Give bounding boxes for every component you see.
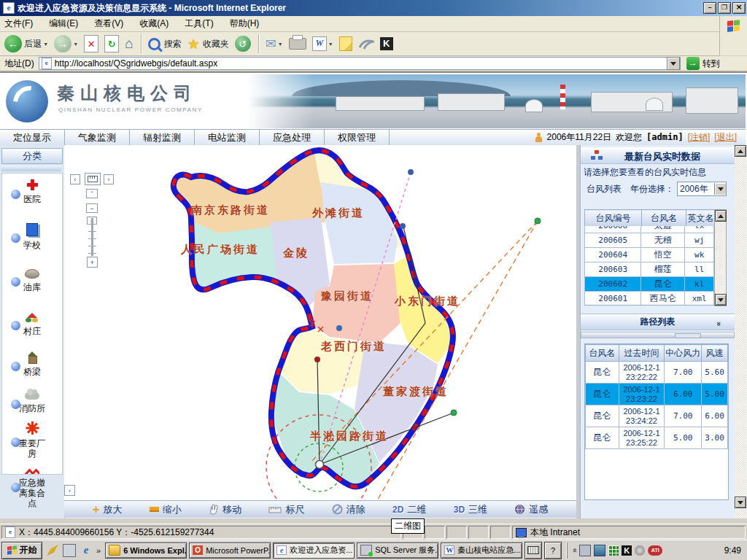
path-point-green[interactable]	[535, 218, 541, 224]
map-pan-button[interactable]: 移动	[209, 503, 241, 516]
sidebar-item-hospital[interactable]: 医院	[2, 179, 62, 204]
menu-item[interactable]: 文件(F)	[4, 18, 33, 30]
pan-down-button[interactable]: ˇ	[86, 189, 98, 198]
table-row[interactable]: 200603榴莲ll	[585, 262, 714, 277]
menu-item[interactable]: 帮助(H)	[230, 18, 260, 30]
ie-shortcut-icon[interactable]: e	[80, 545, 92, 556]
help-button[interactable]: ?	[544, 542, 562, 559]
page-scroll-up-button[interactable]	[735, 145, 746, 157]
table-row[interactable]: 200601西马仑xml	[585, 292, 714, 306]
back-dropdown-icon[interactable]: ▼	[43, 42, 48, 47]
taskbar-button-ie-active[interactable]: e 欢迎进入应急资...	[273, 542, 355, 559]
back-button[interactable]: ← 后退▼	[4, 35, 48, 52]
print-button[interactable]	[289, 38, 306, 50]
word-dropdown-icon[interactable]: ▼	[328, 42, 333, 47]
map-zoom-in-button[interactable]: +放大	[93, 503, 123, 516]
typhoon-current-point[interactable]	[316, 461, 324, 469]
nav-tab-2[interactable]: 辐射监测	[130, 130, 195, 146]
splitter-handle[interactable]	[675, 333, 701, 338]
table-row[interactable]: 200604悟空wk	[585, 248, 714, 262]
table-row[interactable]: 昆仑2006-12-1 23:25:225.003.00	[586, 427, 728, 449]
scale-tool-button[interactable]	[85, 173, 101, 185]
menu-item[interactable]: 编辑(E)	[49, 18, 78, 30]
path-point-blue[interactable]	[400, 223, 406, 229]
zoom-in-small-button[interactable]: +	[87, 257, 98, 268]
map-3d-button[interactable]: 3D三维	[454, 503, 487, 516]
maximize-button[interactable]	[718, 2, 731, 14]
nav-tab-4[interactable]: 应急处理	[260, 130, 325, 146]
zoom-out-small-button[interactable]: −	[86, 203, 98, 213]
sidebar-item-assembly-point[interactable]: 应急撤离集合点	[2, 464, 62, 508]
start-button[interactable]: 开始	[1, 542, 42, 559]
forward-dropdown-icon[interactable]: ▼	[73, 42, 78, 47]
history-button[interactable]: ↺	[235, 36, 251, 52]
sidebar-item-school[interactable]: 学校	[2, 223, 62, 250]
panel-splitter[interactable]	[581, 332, 735, 338]
sidebar-item-bridge[interactable]: 桥梁	[2, 351, 62, 377]
show-desktop-icon[interactable]	[47, 545, 58, 556]
tray-grid-icon[interactable]	[608, 545, 619, 556]
hidden-icons-chevron[interactable]: »	[570, 548, 578, 552]
year-select[interactable]: 2006年	[677, 182, 727, 196]
map-clear-button[interactable]: 清除	[332, 503, 365, 516]
taskbar-button-sql-server[interactable]: SQL Server 服务...	[357, 542, 438, 559]
map-ruler-button[interactable]: 标尺	[268, 503, 304, 516]
map-area[interactable]: 南京东路街道外滩街道人民广场街道金陵豫园街道小东门街道老西门街道董家渡街道半淞园…	[64, 145, 576, 500]
table-row[interactable]: 昆仑2006-12-1 23:22:227.005.60	[586, 362, 728, 384]
scroll-up-button[interactable]	[715, 210, 727, 222]
tray-network-icon[interactable]	[594, 545, 605, 556]
menu-item[interactable]: 查看(V)	[94, 18, 123, 30]
zoom-slider[interactable]	[91, 218, 93, 256]
path-list-header[interactable]: 路径列表 »	[581, 314, 735, 330]
map-2d-button[interactable]: 2D二维	[392, 503, 426, 516]
table-row[interactable]: 200602昆仑kl	[585, 277, 714, 292]
go-button[interactable]: →转到	[686, 57, 720, 70]
tray-antivirus-icon[interactable]: K	[622, 545, 632, 556]
address-input[interactable]: e http://localhost/QSgridwebgis/default.…	[39, 57, 681, 70]
exit-link[interactable]: [退出]	[714, 131, 737, 144]
sidebar-item-oil-depot[interactable]: 油库	[2, 268, 62, 292]
nav-tab-5[interactable]: 权限管理	[325, 130, 390, 146]
pan-left-button[interactable]: ‹	[70, 174, 80, 184]
page-scrollbar[interactable]	[735, 145, 746, 518]
path-point-red[interactable]	[314, 357, 320, 362]
map-zoom-out-button[interactable]: 缩小	[150, 503, 182, 516]
sidebar-item-important-plant[interactable]: 重要厂房	[2, 421, 62, 459]
k-tool-button[interactable]: K	[380, 37, 393, 50]
address-dropdown-button[interactable]	[667, 57, 680, 70]
typhoon-table-scrollbar[interactable]	[714, 209, 727, 306]
mail-button[interactable]: ✉▼	[266, 36, 283, 52]
home-button[interactable]: ⌂	[125, 36, 133, 52]
path-point-blue[interactable]	[408, 169, 414, 175]
stop-button[interactable]: ✕	[84, 35, 98, 52]
menu-item[interactable]: 工具(T)	[185, 18, 213, 30]
refresh-button[interactable]: ↻	[104, 35, 119, 52]
path-point-green[interactable]	[451, 410, 457, 416]
path-table[interactable]: 台风名过去时间中心风力风速昆仑2006-12-1 23:22:227.005.6…	[584, 343, 729, 500]
scroll-down-button[interactable]	[715, 294, 727, 306]
edit-word-button[interactable]: W▼	[312, 36, 333, 51]
snagit-button[interactable]	[358, 37, 374, 50]
page-scroll-down-button[interactable]	[735, 497, 746, 508]
path-point-blue[interactable]	[336, 325, 342, 331]
input-method-button[interactable]	[525, 542, 542, 559]
favorites-button[interactable]: ★收藏夹	[187, 36, 229, 52]
tray-ati-icon[interactable]: ATI	[648, 545, 662, 556]
mail-dropdown-icon[interactable]: ▼	[278, 42, 283, 47]
sidebar-item-village[interactable]: 村庄	[2, 312, 62, 336]
expand-panel-button[interactable]: ›	[64, 485, 75, 496]
quick-launch-overflow-icon[interactable]: »	[96, 546, 101, 555]
table-row[interactable]: 200605无稽wj	[585, 233, 714, 248]
taskbar-button-word-doc[interactable]: W 秦山核电站应急...	[441, 542, 522, 559]
forward-button[interactable]: →▼	[54, 35, 78, 52]
close-button[interactable]	[732, 2, 746, 14]
year-dropdown-button[interactable]	[714, 183, 726, 195]
sidebar-item-fire-station[interactable]: 消防所	[2, 389, 62, 413]
taskbar-button-explorer-group[interactable]: 6 Windows Expl... ▼	[105, 542, 187, 559]
logout-link[interactable]: [注销]	[688, 131, 711, 144]
collapse-chevron-icon[interactable]: »	[712, 322, 727, 326]
table-row[interactable]: 昆仑2006-12-1 23:24:227.006.00	[586, 405, 728, 427]
table-row[interactable]: 200606太虚tx	[585, 226, 714, 233]
tray-round-icon[interactable]	[635, 545, 645, 556]
nav-tab-0[interactable]: 定位显示	[0, 130, 65, 146]
